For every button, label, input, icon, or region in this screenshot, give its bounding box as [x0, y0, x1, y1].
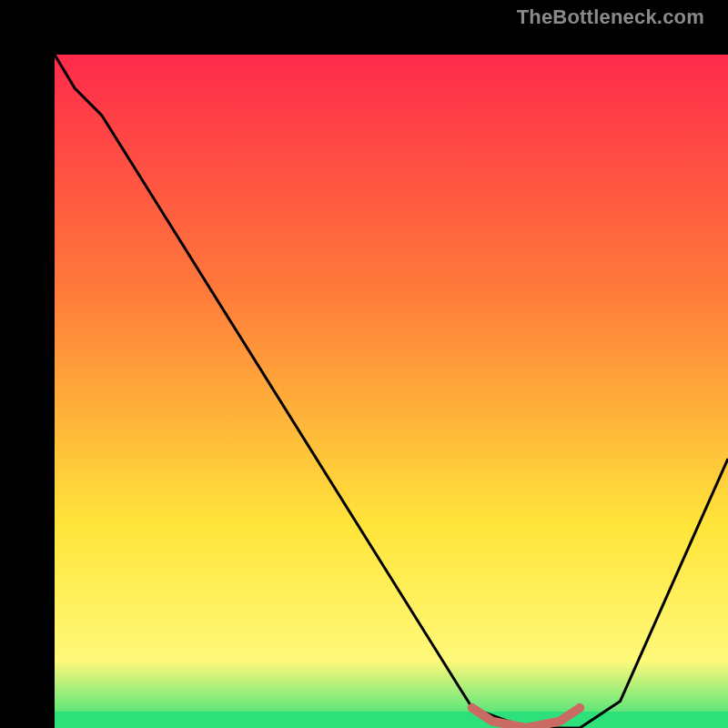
chart-svg — [55, 55, 728, 728]
green-band — [55, 712, 728, 728]
plot-frame — [27, 27, 701, 701]
gradient-background — [55, 55, 728, 728]
watermark-text: TheBottleneck.com — [517, 5, 704, 29]
